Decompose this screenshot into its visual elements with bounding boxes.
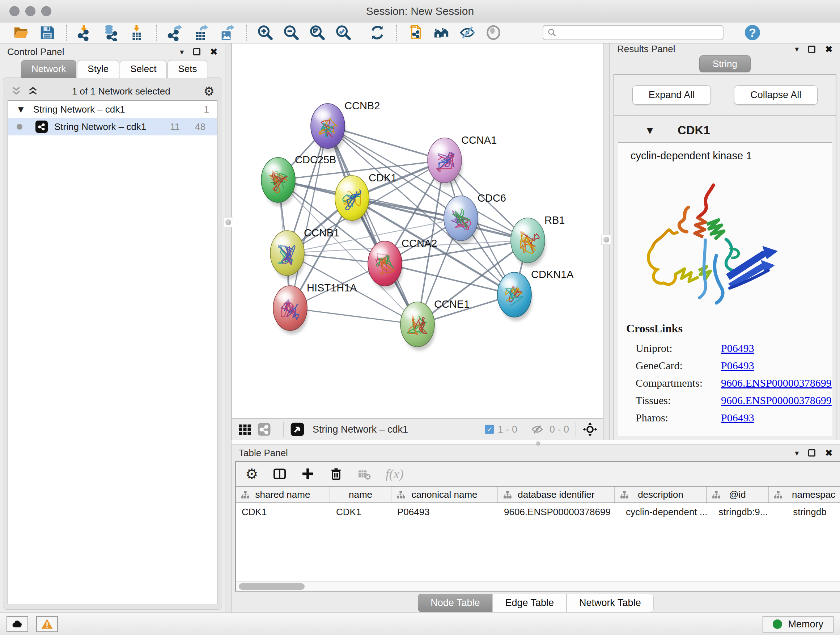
hide-glass-button[interactable] bbox=[459, 24, 476, 41]
network-row-selected[interactable]: String Network – cdk1 11 48 bbox=[8, 118, 217, 135]
string-view-icon[interactable] bbox=[257, 423, 271, 436]
close-panel-icon[interactable]: ✖ bbox=[825, 448, 833, 458]
tab-network[interactable]: Network bbox=[21, 60, 76, 78]
delete-table-icon[interactable] bbox=[357, 467, 371, 481]
import-string-button[interactable] bbox=[407, 24, 424, 41]
network-node-cdkn1a[interactable]: CDKN1A bbox=[497, 269, 574, 321]
export-table-button[interactable] bbox=[193, 24, 210, 41]
network-node-cdc25b[interactable]: CDC25B bbox=[261, 154, 336, 206]
crosslink-compartments-link[interactable]: 9606.ENSP00000378699 bbox=[721, 374, 832, 392]
zoom-in-button[interactable] bbox=[256, 24, 274, 41]
crosslink-pharos-link[interactable]: P06493 bbox=[721, 409, 754, 426]
tab-select[interactable]: Select bbox=[120, 60, 167, 78]
memory-button[interactable]: Memory bbox=[763, 616, 834, 632]
pan-crosshair-icon[interactable] bbox=[583, 422, 598, 437]
scrollbar-thumb[interactable] bbox=[239, 583, 305, 590]
crosslink-genecard-link[interactable]: P06493 bbox=[721, 357, 754, 374]
delete-column-icon[interactable] bbox=[329, 467, 343, 481]
column-header-id[interactable]: @id bbox=[707, 486, 769, 502]
column-header-namespace[interactable]: namespac bbox=[769, 486, 840, 502]
crosslink-tissues-link[interactable]: 9606.ENSP00000378699 bbox=[721, 392, 832, 409]
warnings-button[interactable] bbox=[36, 616, 58, 632]
save-session-button[interactable] bbox=[38, 24, 56, 41]
network-node-cdk1[interactable]: CDK1 bbox=[335, 172, 396, 224]
expand-all-icon[interactable] bbox=[27, 86, 39, 97]
create-column-icon[interactable] bbox=[301, 467, 315, 481]
tab-sets[interactable]: Sets bbox=[167, 60, 207, 78]
function-builder-button[interactable]: f(x) bbox=[386, 466, 404, 481]
crosslink-uniprot-link[interactable]: P06493 bbox=[721, 340, 754, 357]
cloud-status-button[interactable] bbox=[6, 616, 28, 632]
string-home-button[interactable] bbox=[433, 24, 450, 41]
panel-menu-icon[interactable]: ▾ bbox=[795, 448, 799, 458]
network-canvas[interactable]: CCNB2CCNA1CDC25BCDK1CDC6RB1CCNB1CCNA2CDK… bbox=[232, 43, 603, 418]
network-node-rb1[interactable]: RB1 bbox=[511, 214, 565, 266]
network-node-ccnb1[interactable]: CCNB1 bbox=[270, 227, 339, 279]
hidden-eye-icon[interactable] bbox=[531, 423, 544, 436]
expand-all-button[interactable]: Expand All bbox=[632, 86, 711, 105]
network-node-hist1h1a[interactable]: HIST1H1A bbox=[273, 282, 357, 334]
tab-string-results[interactable]: String bbox=[699, 55, 751, 73]
zoom-fit-button[interactable] bbox=[309, 24, 326, 41]
collapse-all-button[interactable]: Collapse All bbox=[734, 86, 818, 105]
help-button[interactable]: ? bbox=[744, 24, 761, 41]
import-network-button[interactable] bbox=[76, 24, 94, 41]
grid-view-icon[interactable] bbox=[238, 423, 251, 436]
collection-expand-icon[interactable]: ▼ bbox=[18, 105, 24, 114]
entry-collapse-icon[interactable]: ▼ bbox=[647, 126, 653, 135]
splitter-grip[interactable] bbox=[536, 441, 540, 446]
import-table-button[interactable] bbox=[128, 24, 146, 41]
node-selection-checkbox[interactable]: ✓ bbox=[485, 424, 494, 434]
search-input[interactable] bbox=[557, 26, 723, 39]
network-node-ccna2[interactable]: CCNA2 bbox=[368, 238, 437, 290]
panel-menu-icon[interactable]: ▾ bbox=[795, 44, 799, 54]
cell-id[interactable]: stringdb:9... bbox=[707, 507, 769, 518]
float-panel-icon[interactable] bbox=[808, 46, 815, 53]
show-glass-button[interactable] bbox=[485, 24, 502, 41]
export-network-button[interactable] bbox=[166, 24, 184, 41]
network-node-cdc6[interactable]: CDC6 bbox=[444, 192, 506, 244]
zoom-selected-button[interactable] bbox=[335, 24, 352, 41]
refresh-layout-button[interactable] bbox=[369, 24, 386, 41]
table-options-gear-icon[interactable]: ⚙ bbox=[245, 466, 258, 482]
control-panel-splitter[interactable] bbox=[225, 43, 232, 613]
tab-edge-table[interactable]: Edge Table bbox=[493, 594, 567, 612]
cell-namespace[interactable]: stringdb bbox=[769, 507, 840, 518]
collapse-all-icon[interactable] bbox=[11, 86, 22, 97]
column-header-description[interactable]: description bbox=[615, 486, 707, 502]
table-panel-splitter[interactable] bbox=[232, 440, 840, 445]
birds-eye-view-icon[interactable] bbox=[290, 422, 305, 437]
float-panel-icon[interactable] bbox=[193, 48, 201, 55]
cell-shared-name[interactable]: CDK1 bbox=[236, 507, 330, 518]
cell-name[interactable]: CDK1 bbox=[330, 507, 392, 518]
splitter-grip[interactable] bbox=[601, 234, 611, 245]
table-row[interactable]: CDK1 CDK1 P06493 9606.ENSP00000378699 cy… bbox=[236, 503, 840, 521]
network-collection-row[interactable]: ▼ String Network – cdk1 1 bbox=[8, 101, 217, 118]
tab-node-table[interactable]: Node Table bbox=[418, 594, 493, 612]
column-header-database-identifier[interactable]: database identifier bbox=[498, 486, 615, 502]
column-header-canonical-name[interactable]: canonical name bbox=[392, 486, 498, 502]
cell-canonical-name[interactable]: P06493 bbox=[392, 507, 498, 518]
column-header-shared-name[interactable]: shared name bbox=[236, 486, 330, 502]
panel-menu-icon[interactable]: ▾ bbox=[180, 48, 184, 57]
network-node-ccnb2[interactable]: CCNB2 bbox=[311, 100, 380, 152]
cell-database-identifier[interactable]: 9606.ENSP00000378699 bbox=[498, 507, 615, 518]
network-node-ccne1[interactable]: CCNE1 bbox=[401, 298, 470, 350]
cell-description[interactable]: cyclin-dependent ... bbox=[615, 507, 707, 518]
network-options-gear-icon[interactable]: ⚙ bbox=[204, 84, 215, 98]
column-header-name[interactable]: name bbox=[330, 486, 392, 502]
open-session-button[interactable] bbox=[12, 24, 30, 41]
table-horizontal-scrollbar[interactable] bbox=[236, 581, 840, 591]
tab-style[interactable]: Style bbox=[77, 60, 119, 78]
export-image-button[interactable] bbox=[218, 24, 236, 41]
zoom-out-button[interactable] bbox=[283, 24, 300, 41]
float-panel-icon[interactable] bbox=[808, 449, 815, 456]
close-panel-icon[interactable]: ✖ bbox=[825, 44, 833, 55]
search-field[interactable] bbox=[543, 25, 723, 40]
tab-network-table[interactable]: Network Table bbox=[567, 594, 654, 612]
results-panel-splitter[interactable] bbox=[603, 43, 610, 440]
show-columns-icon[interactable] bbox=[273, 467, 286, 481]
import-network-from-database-button[interactable] bbox=[103, 24, 120, 41]
network-node-ccna1[interactable]: CCNA1 bbox=[428, 134, 497, 187]
close-panel-icon[interactable]: ✖ bbox=[210, 46, 218, 57]
